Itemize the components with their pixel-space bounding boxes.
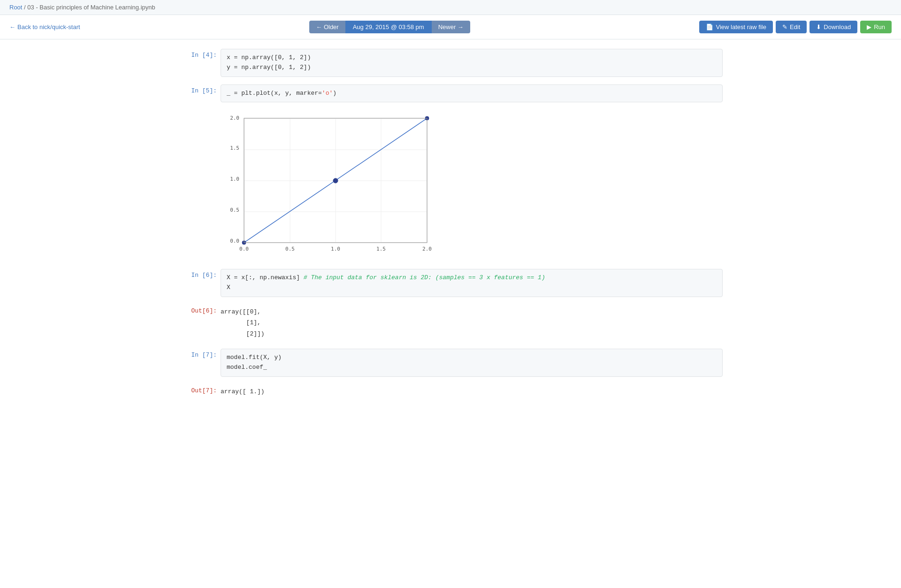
toolbar-center: ← Older Aug 29, 2015 @ 03:58 pm Newer → <box>309 21 470 33</box>
code-comment-in6: # The input data for sklearn is 2D: (sam… <box>304 274 545 281</box>
output-block-out6: array([[0], [1], [2]]) <box>221 305 723 341</box>
download-label: Download <box>824 23 851 31</box>
cell-label-in7: In [7]: <box>178 349 221 359</box>
toolbar-right: 📄 View latest raw file ✎ Edit ⬇ Download… <box>699 21 892 33</box>
plot-output: 0.0 0.5 1.0 1.5 2.0 0.0 0.5 1.0 1.5 2.0 <box>221 114 446 265</box>
file-icon: 📄 <box>706 23 713 31</box>
code-block-in7: model.fit(X, y) model.coef_ <box>221 349 723 377</box>
code-string-in5: 'o' <box>322 90 333 97</box>
svg-point-19 <box>333 178 338 183</box>
view-raw-button[interactable]: 📄 View latest raw file <box>699 21 772 33</box>
run-button[interactable]: ▶ Run <box>860 21 892 33</box>
cell-out7: Out[7]: array([ 1.]) <box>178 384 723 399</box>
cell-in4: In [4]: x = np.array([0, 1, 2]) y = np.a… <box>178 49 723 77</box>
svg-text:2.0: 2.0 <box>422 246 432 252</box>
svg-text:0.0: 0.0 <box>230 238 239 244</box>
edit-button[interactable]: ✎ Edit <box>776 21 807 33</box>
back-arrow-icon: ← <box>9 23 15 31</box>
toolbar-left: ← Back to nick/quick-start <box>9 23 80 31</box>
edit-icon: ✎ <box>782 23 787 31</box>
cell-label-out7: Out[7]: <box>178 384 221 394</box>
run-icon: ▶ <box>867 23 871 31</box>
view-raw-label: View latest raw file <box>716 23 766 31</box>
notebook-content: In [4]: x = np.array([0, 1, 2]) y = np.a… <box>169 39 732 416</box>
cell-label-in5: In [5]: <box>178 84 221 94</box>
cell-out6: Out[6]: array([[0], [1], [2]]) <box>178 305 723 341</box>
cell-in6: In [6]: X = x[:, np.newaxis] # The input… <box>178 269 723 297</box>
breadcrumb-bar: Root / 03 - Basic principles of Machine … <box>0 0 901 15</box>
cell-content-out7: array([ 1.]) <box>221 384 723 399</box>
svg-text:1.0: 1.0 <box>331 246 340 252</box>
cell-label-in4: In [4]: <box>178 49 221 59</box>
cell-content-in7: model.fit(X, y) model.coef_ <box>221 349 723 377</box>
svg-text:0.5: 0.5 <box>230 207 239 213</box>
breadcrumb-filename: 03 - Basic principles of Machine Learnin… <box>27 4 155 11</box>
svg-text:1.0: 1.0 <box>230 176 239 182</box>
cell-content-in4: x = np.array([0, 1, 2]) y = np.array([0,… <box>221 49 723 77</box>
edit-label: Edit <box>790 23 800 31</box>
download-icon: ⬇ <box>816 23 821 31</box>
cell-content-in5: _ = plt.plot(x, y, marker='o') <box>221 84 723 103</box>
older-button[interactable]: ← Older <box>309 21 345 33</box>
plot-svg: 0.0 0.5 1.0 1.5 2.0 0.0 0.5 1.0 1.5 2.0 <box>221 114 446 264</box>
run-label: Run <box>874 23 885 31</box>
code-normal-in6a: X = x[:, np.newaxis] <box>227 274 304 281</box>
output-block-out7: array([ 1.]) <box>221 384 723 399</box>
code-normal-in5: _ = plt.plot(x, y, marker= <box>227 90 322 97</box>
svg-text:2.0: 2.0 <box>230 115 239 121</box>
back-link[interactable]: ← Back to nick/quick-start <box>9 23 80 31</box>
code-normal-in6b: X <box>227 284 230 291</box>
cell-content-in6: X = x[:, np.newaxis] # The input data fo… <box>221 269 723 297</box>
cell-in5: In [5]: _ = plt.plot(x, y, marker='o') <box>178 84 723 103</box>
cell-label-out6: Out[6]: <box>178 305 221 314</box>
svg-text:0.5: 0.5 <box>285 246 295 252</box>
download-button[interactable]: ⬇ Download <box>809 21 857 33</box>
code-block-in6: X = x[:, np.newaxis] # The input data fo… <box>221 269 723 297</box>
svg-text:1.5: 1.5 <box>376 246 386 252</box>
cell-label-in6: In [6]: <box>178 269 221 279</box>
back-link-label: Back to nick/quick-start <box>17 23 80 31</box>
code-block-in4: x = np.array([0, 1, 2]) y = np.array([0,… <box>221 49 723 77</box>
toolbar: ← Back to nick/quick-start ← Older Aug 2… <box>0 15 901 39</box>
svg-text:1.5: 1.5 <box>230 145 239 151</box>
date-button[interactable]: Aug 29, 2015 @ 03:58 pm <box>345 21 432 33</box>
svg-text:0.0: 0.0 <box>239 246 249 252</box>
newer-button[interactable]: Newer → <box>432 21 470 33</box>
breadcrumb-root[interactable]: Root <box>9 4 22 11</box>
code-block-in5: _ = plt.plot(x, y, marker='o') <box>221 84 723 103</box>
code-close-in5: ) <box>333 90 336 97</box>
cell-content-out6: array([[0], [1], [2]]) <box>221 305 723 341</box>
cell-in7: In [7]: model.fit(X, y) model.coef_ <box>178 349 723 377</box>
